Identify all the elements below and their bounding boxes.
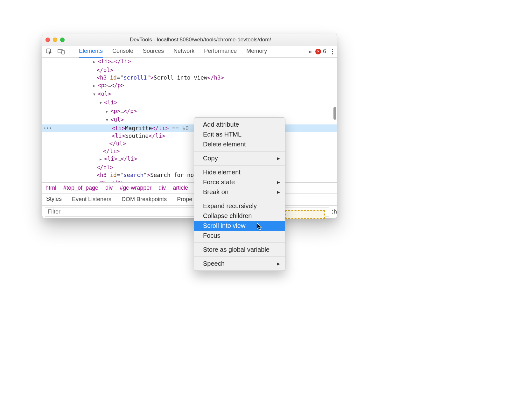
- context-menu-item[interactable]: Break on: [194, 187, 285, 197]
- context-menu-separator: [194, 151, 285, 151]
- context-menu-separator: [194, 257, 285, 257]
- crumb-item[interactable]: html: [46, 185, 56, 191]
- error-icon: [315, 49, 321, 54]
- tab-console[interactable]: Console: [112, 45, 133, 58]
- elements-context-menu: Add attributeEdit as HTMLDelete elementC…: [194, 117, 285, 271]
- metrics-margin-box: [285, 210, 325, 219]
- context-menu-item[interactable]: Store as global variable: [194, 245, 285, 255]
- dom-tree-row[interactable]: <ul>: [42, 116, 337, 124]
- dom-tree-row[interactable]: <li>Soutine</li>: [42, 132, 337, 140]
- dom-tree-row[interactable]: <li>: [42, 99, 337, 107]
- crumb-item[interactable]: div: [105, 185, 113, 191]
- context-menu-item[interactable]: Copy: [194, 153, 285, 163]
- dom-tree-row[interactable]: <ol>: [42, 90, 337, 99]
- panel-toolbar: Elements Console Sources Network Perform…: [42, 46, 337, 58]
- dom-tree-row[interactable]: </ol>: [42, 164, 337, 171]
- context-menu-separator: [194, 199, 285, 199]
- dom-tree-row[interactable]: <p>…</p>: [42, 81, 337, 90]
- subtab-dom-breakpoints[interactable]: DOM Breakpoints: [122, 193, 167, 205]
- dom-tree-row[interactable]: <h3 id="scroll1">Scroll into view</h3>: [42, 74, 337, 81]
- context-menu-item[interactable]: Hide element: [194, 167, 285, 177]
- window-titlebar: DevTools - localhost:8080/web/tools/chro…: [42, 34, 337, 46]
- device-toolbar-icon[interactable]: [57, 47, 65, 56]
- crumb-item[interactable]: #top_of_page: [63, 185, 98, 191]
- devtools-window: DevTools - localhost:8080/web/tools/chro…: [42, 34, 337, 218]
- subtab-properties[interactable]: Prope: [177, 193, 192, 205]
- error-count: 6: [323, 48, 326, 55]
- panel-tabs: Elements Console Sources Network Perform…: [79, 45, 267, 58]
- tab-memory[interactable]: Memory: [246, 45, 267, 58]
- dom-tree-row[interactable]: <p>…</p>: [42, 179, 337, 182]
- styles-subpanel-tabs: Styles Event Listeners DOM Breakpoints P…: [42, 193, 337, 205]
- context-menu-item[interactable]: Speech: [194, 259, 285, 269]
- inspect-element-icon[interactable]: [45, 47, 53, 56]
- subtab-event-listeners[interactable]: Event Listeners: [72, 193, 111, 205]
- window-zoom-button[interactable]: [60, 38, 65, 42]
- context-menu-item[interactable]: Force state: [194, 177, 285, 187]
- tab-elements[interactable]: Elements: [79, 45, 103, 58]
- settings-menu-icon[interactable]: [331, 47, 334, 56]
- window-close-button[interactable]: [46, 38, 50, 42]
- dom-tree-row[interactable]: <p>…</p>: [42, 107, 337, 116]
- error-counter[interactable]: 6: [315, 48, 326, 55]
- context-menu-item[interactable]: Expand recursively: [194, 201, 285, 211]
- dom-tree-row[interactable]: <li>…</li>: [42, 155, 337, 164]
- dom-tree-row[interactable]: </ol>: [42, 66, 337, 74]
- context-menu-item[interactable]: Edit as HTML: [194, 130, 285, 139]
- subtab-styles[interactable]: Styles: [46, 193, 62, 206]
- crumb-item[interactable]: #gc-wrapper: [120, 185, 151, 191]
- scrollbar-thumb[interactable]: [333, 107, 336, 120]
- gutter-actions-icon[interactable]: •••: [44, 124, 52, 132]
- window-title: DevTools - localhost:8080/web/tools/chro…: [67, 37, 334, 43]
- dom-tree-selected-row[interactable]: •••<li>Magritte</li> == $0: [42, 124, 337, 132]
- svg-rect-2: [62, 50, 64, 54]
- context-menu-item[interactable]: Collapse children: [194, 211, 285, 221]
- context-menu-item[interactable]: Add attribute: [194, 120, 285, 130]
- context-menu-separator: [194, 165, 285, 165]
- dom-tree-row[interactable]: <h3 id="search">Search for node: [42, 171, 337, 179]
- window-traffic-lights: [46, 38, 65, 42]
- dom-tree-row[interactable]: </li>: [42, 147, 337, 155]
- window-minimize-button[interactable]: [53, 38, 57, 42]
- elements-breadcrumb[interactable]: html #top_of_page div #gc-wrapper div ar…: [42, 182, 337, 193]
- crumb-item[interactable]: div: [158, 185, 166, 191]
- context-menu-item[interactable]: Delete element: [194, 139, 285, 149]
- context-menu-separator: [194, 243, 285, 243]
- dom-tree-row[interactable]: <li>Magritte</li> == $0: [42, 124, 337, 132]
- dom-tree-row[interactable]: </ul>: [42, 140, 337, 147]
- elements-dom-tree[interactable]: <li>…</li> </ol> <h3 id="scroll1">Scroll…: [42, 58, 337, 182]
- context-menu-item[interactable]: Focus: [194, 231, 285, 241]
- dom-tree-row[interactable]: <li>…</li>: [42, 58, 337, 66]
- toolbar-separator: [69, 47, 69, 56]
- hover-toggle[interactable]: :h: [332, 208, 337, 215]
- crumb-item[interactable]: article: [173, 185, 188, 191]
- tab-performance[interactable]: Performance: [204, 45, 237, 58]
- tab-network[interactable]: Network: [173, 45, 194, 58]
- more-tabs-icon[interactable]: »: [308, 48, 311, 55]
- tab-sources[interactable]: Sources: [143, 45, 164, 58]
- context-menu-item[interactable]: Scroll into view: [194, 221, 285, 231]
